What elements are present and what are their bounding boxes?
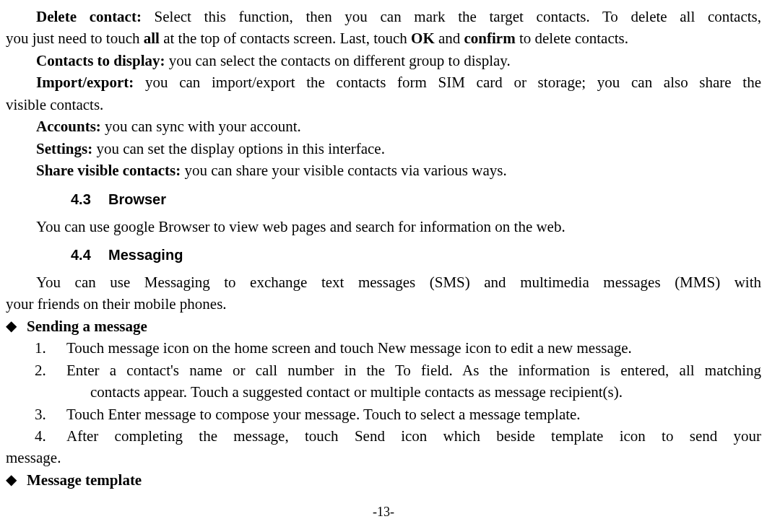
paragraph-browser: You can use google Browser to view web p… xyxy=(6,216,761,237)
text: and xyxy=(435,30,464,47)
text: you can import/export the contacts form … xyxy=(134,74,761,91)
bullet-label: Sending a message xyxy=(27,315,147,337)
document-page: Delete contact: Select this function, th… xyxy=(6,6,761,491)
label-confirm: confirm xyxy=(464,30,516,47)
paragraph-messaging: You can use Messaging to exchange text m… xyxy=(6,271,761,315)
item-text: Touch message icon on the home screen an… xyxy=(66,337,761,359)
paragraph-accounts: Accounts: you can sync with your account… xyxy=(6,115,761,137)
heading-number: 4.3 xyxy=(71,189,108,210)
item-number: 2. xyxy=(35,359,66,381)
item-text: Enter a contact's name or call number in… xyxy=(66,359,761,381)
numbered-list: 1. Touch message icon on the home screen… xyxy=(35,337,761,447)
item-text-cont: message. xyxy=(6,447,761,468)
paragraph-contacts-display: Contacts to display: you can select the … xyxy=(6,50,761,71)
text: you can select the contacts on different… xyxy=(165,52,511,69)
diamond-icon: ◆ xyxy=(6,469,17,490)
page-number: -13- xyxy=(0,502,767,521)
label-all: all xyxy=(144,30,160,47)
label-import-export: Import/export: xyxy=(36,74,134,91)
heading-title: Browser xyxy=(108,191,166,207)
diamond-icon: ◆ xyxy=(6,315,17,336)
item-number: 1. xyxy=(35,337,66,359)
heading-title: Messaging xyxy=(108,247,183,263)
text: you can set the display options in this … xyxy=(92,140,385,157)
paragraph-settings: Settings: you can set the display option… xyxy=(6,138,761,160)
text: you just need to touch xyxy=(6,30,144,47)
text: at the top of contacts screen. Last, tou… xyxy=(160,30,411,47)
item-text: Touch Enter message to compose your mess… xyxy=(66,404,761,425)
item-number: 4. xyxy=(35,425,66,447)
text: you can sync with your account. xyxy=(101,118,301,135)
text: you can share your visible contacts via … xyxy=(181,162,506,179)
text: You can use Messaging to exchange text m… xyxy=(6,271,761,293)
list-item: 4. After completing the message, touch S… xyxy=(35,425,761,447)
bullet-message-template: ◆ Message template xyxy=(6,469,761,491)
paragraph-share-visible: Share visible contacts: you can share yo… xyxy=(6,160,761,181)
heading-messaging: 4.4Messaging xyxy=(71,245,761,266)
text: to delete contacts. xyxy=(516,30,628,47)
text: your friends on their mobile phones. xyxy=(6,293,761,315)
label-settings: Settings: xyxy=(36,140,92,157)
label-share-visible: Share visible contacts: xyxy=(36,162,181,179)
text: Select this function, then you can mark … xyxy=(142,8,761,25)
list-item: 2. Enter a contact's name or call number… xyxy=(35,359,761,381)
list-item: 3. Touch Enter message to compose your m… xyxy=(35,404,761,425)
label-delete-contact: Delete contact: xyxy=(36,8,142,25)
label-contacts-display: Contacts to display: xyxy=(36,52,165,69)
item-text: After completing the message, touch Send… xyxy=(66,425,761,447)
list-item: 1. Touch message icon on the home screen… xyxy=(35,337,761,359)
item-text-cont: contacts appear. Touch a suggested conta… xyxy=(90,381,761,403)
heading-browser: 4.3Browser xyxy=(71,189,761,210)
paragraph-delete-contact: Delete contact: Select this function, th… xyxy=(6,6,761,50)
heading-number: 4.4 xyxy=(71,245,108,266)
bullet-sending-message: ◆ Sending a message xyxy=(6,315,761,337)
item-number: 3. xyxy=(35,404,66,425)
bullet-label: Message template xyxy=(27,469,142,491)
label-ok: OK xyxy=(411,30,435,47)
text: visible contacts. xyxy=(6,94,761,115)
label-accounts: Accounts: xyxy=(36,118,101,135)
paragraph-import-export: Import/export: you can import/export the… xyxy=(6,71,761,115)
